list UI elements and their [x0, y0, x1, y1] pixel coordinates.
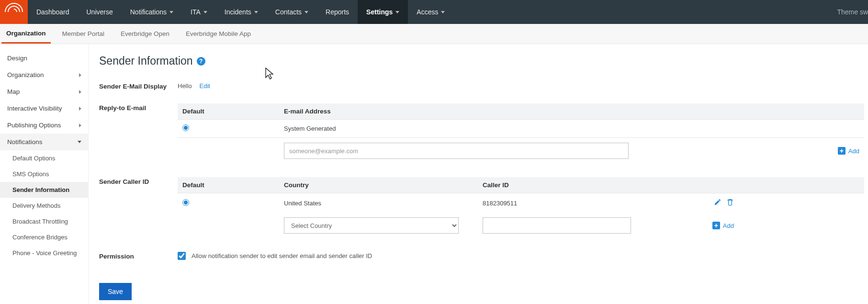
delete-icon[interactable]	[726, 198, 734, 208]
col-header-default: Default	[182, 108, 284, 115]
nav-ita[interactable]: ITA	[182, 0, 216, 24]
chevron-right-icon	[79, 124, 81, 127]
sidebar-item-label: Interactive Visibility	[7, 105, 62, 112]
nav-dashboard[interactable]: Dashboard	[28, 0, 78, 24]
nav-label: Dashboard	[36, 8, 69, 16]
edit-link[interactable]: Edit	[200, 82, 210, 90]
nav-label: Incidents	[225, 8, 251, 16]
nav-reports[interactable]: Reports	[317, 0, 358, 24]
col-header-callerid: Caller ID	[483, 181, 681, 189]
label-permission: Permission	[99, 252, 178, 260]
nav-notifications[interactable]: Notifications	[122, 0, 182, 24]
row-sender-email-display: Sender E-Mail Display Hello Edit	[99, 82, 868, 90]
page-title-text: Sender Information	[99, 55, 193, 68]
sidebar-sub-delivery-methods[interactable]: Delivery Methods	[0, 198, 88, 214]
replyto-default-radio[interactable]	[182, 124, 189, 131]
save-button[interactable]: Save	[99, 283, 132, 300]
tab-label: Everbridge Open	[121, 30, 169, 37]
permission-text: Allow notification sender to edit sender…	[192, 252, 372, 259]
chevron-down-icon	[304, 11, 308, 13]
brand-logo[interactable]	[0, 0, 28, 24]
sidebar-sub-broadcast-throttling[interactable]: Broadcast Throttling	[0, 214, 88, 229]
sidebar-sub-sms-options[interactable]: SMS Options	[0, 166, 88, 182]
replyto-row: System Generated	[178, 120, 864, 138]
chevron-right-icon	[79, 73, 81, 77]
chevron-down-icon	[441, 11, 445, 13]
chevron-down-icon	[395, 11, 399, 13]
nav-access[interactable]: Access	[408, 0, 453, 24]
nav-label: Notifications	[130, 8, 167, 16]
logo-icon	[4, 2, 23, 22]
col-header-email: E-mail Address	[284, 108, 807, 115]
nav-label: Universe	[87, 8, 113, 16]
sidebar-sub-conference-bridges[interactable]: Conference Bridges	[0, 229, 88, 245]
chevron-down-icon	[169, 11, 173, 13]
plus-icon[interactable]: +	[712, 222, 720, 229]
nav-incidents[interactable]: Incidents	[216, 0, 267, 24]
sidebar-item-map[interactable]: Map	[0, 83, 88, 100]
label-sender-caller-id: Sender Caller ID	[99, 177, 178, 185]
top-nav: Dashboard Universe Notifications ITA Inc…	[0, 0, 868, 24]
sidebar-item-label: Phone - Voice Greeting	[12, 249, 77, 257]
main-content: Sender Information ? Sender E-Mail Displ…	[89, 44, 868, 304]
replyto-email-value: System Generated	[284, 125, 807, 132]
nav-label: Reports	[326, 8, 349, 16]
callerid-country-value: United States	[284, 200, 483, 207]
callerid-input[interactable]	[483, 217, 631, 234]
sidebar-sub-default-options[interactable]: Default Options	[0, 150, 88, 166]
col-header-default: Default	[182, 181, 284, 189]
sidebar-item-label: Default Options	[12, 155, 56, 162]
nav-label: Contacts	[275, 8, 302, 16]
row-permission: Permission Allow notification sender to …	[99, 252, 868, 260]
theme-switch[interactable]: Theme sw	[828, 0, 868, 24]
col-header-country: Country	[284, 181, 483, 189]
row-sender-caller-id: Sender Caller ID Default Country Caller …	[99, 177, 868, 238]
sidebar-item-publishing-options[interactable]: Publishing Options	[0, 117, 88, 134]
nav-contacts[interactable]: Contacts	[267, 0, 317, 24]
top-nav-items: Dashboard Universe Notifications ITA Inc…	[28, 0, 453, 24]
tab-everbridge-mobile-app[interactable]: Everbridge Mobile App	[181, 24, 256, 44]
sidebar-item-interactive-visibility[interactable]: Interactive Visibility	[0, 100, 88, 117]
callerid-input-row: Select Country + Add	[178, 213, 864, 238]
chevron-right-icon	[79, 90, 81, 94]
sub-tabs: Organization Member Portal Everbridge Op…	[0, 24, 868, 44]
sidebar-sub-phone-voice-greeting[interactable]: Phone - Voice Greeting	[0, 245, 88, 261]
replyto-add-link[interactable]: Add	[848, 147, 859, 155]
nav-label: Settings	[366, 8, 393, 16]
replyto-email-input[interactable]	[284, 143, 629, 159]
nav-label: ITA	[191, 8, 201, 16]
nav-settings[interactable]: Settings	[358, 0, 408, 24]
callerid-default-radio[interactable]	[182, 199, 189, 206]
sidebar-item-label: Broadcast Throttling	[12, 218, 68, 225]
country-select[interactable]: Select Country	[284, 217, 459, 234]
sidebar-item-design[interactable]: Design	[0, 50, 88, 67]
chevron-down-icon	[254, 11, 258, 13]
callerid-value: 8182309511	[483, 200, 681, 207]
sidebar-item-label: Delivery Methods	[12, 202, 60, 209]
permission-checkbox[interactable]	[178, 252, 186, 260]
page-title: Sender Information ?	[99, 55, 868, 68]
callerid-add-link[interactable]: Add	[723, 222, 734, 229]
edit-icon[interactable]	[714, 198, 721, 208]
nav-universe[interactable]: Universe	[78, 0, 122, 24]
tab-member-portal[interactable]: Member Portal	[57, 24, 110, 44]
tab-label: Everbridge Mobile App	[186, 30, 251, 37]
sidebar-item-organization[interactable]: Organization	[0, 67, 88, 83]
sidebar-item-label: Organization	[7, 71, 44, 79]
help-icon[interactable]: ?	[197, 57, 205, 66]
sidebar: Design Organization Map Interactive Visi…	[0, 44, 89, 304]
sidebar-item-notifications[interactable]: Notifications	[0, 134, 88, 150]
sidebar-item-label: Map	[7, 88, 20, 95]
chevron-down-icon	[78, 141, 81, 143]
label-sender-email-display: Sender E-Mail Display	[99, 82, 178, 90]
sidebar-item-label: SMS Options	[12, 170, 49, 178]
sidebar-sub-sender-information[interactable]: Sender Information	[0, 182, 88, 198]
tab-everbridge-open[interactable]: Everbridge Open	[116, 24, 174, 44]
sidebar-item-label: Sender Information	[12, 186, 69, 193]
sidebar-item-label: Notifications	[7, 138, 43, 146]
row-reply-to-email: Reply-to E-mail Default E-mail Address S…	[99, 103, 868, 164]
chevron-right-icon	[79, 107, 81, 111]
tab-organization[interactable]: Organization	[1, 24, 51, 44]
plus-icon[interactable]: +	[838, 147, 845, 155]
sidebar-item-label: Design	[7, 55, 27, 62]
